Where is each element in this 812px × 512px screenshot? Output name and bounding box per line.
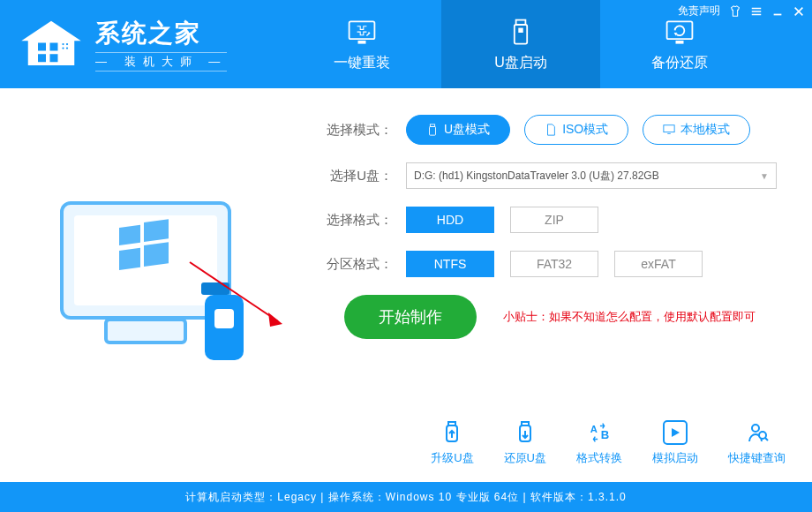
mode-usb[interactable]: U盘模式 — [406, 115, 510, 145]
svg-marker-28 — [268, 312, 282, 327]
svg-rect-14 — [518, 27, 523, 32]
usb-boot-icon — [505, 17, 537, 49]
content: 选择模式： U盘模式 ISO模式 本地模式 选择U盘： D:G: (hd1 — [0, 88, 812, 441]
tab-reinstall[interactable]: 一键重装 — [282, 0, 441, 88]
minimize-icon[interactable] — [771, 5, 784, 18]
backup-restore-icon — [664, 17, 695, 49]
svg-point-5 — [62, 43, 64, 45]
svg-rect-1 — [38, 43, 46, 51]
window-controls: 免责声明 — [678, 4, 805, 19]
tool-restore-usb[interactable]: 还原U盘 — [504, 420, 546, 466]
close-icon[interactable] — [793, 5, 805, 18]
logo: 系统之家 装机大师 — [0, 17, 265, 72]
mode-iso[interactable]: ISO模式 — [524, 115, 628, 145]
skin-icon[interactable] — [729, 5, 741, 18]
menu-icon[interactable] — [750, 5, 763, 18]
play-icon — [669, 426, 681, 439]
svg-rect-21 — [119, 225, 140, 245]
tool-simulate-boot[interactable]: 模拟启动 — [652, 420, 698, 466]
tool-hotkey-lookup[interactable]: 快捷键查询 — [728, 420, 786, 466]
disk-fmt-hdd[interactable]: HDD — [406, 207, 494, 233]
usb-select[interactable]: D:G: (hd1) KingstonDataTraveler 3.0 (U盘)… — [406, 162, 777, 189]
usb-upgrade-icon — [440, 420, 464, 445]
start-button[interactable]: 开始制作 — [344, 295, 477, 339]
svg-point-6 — [66, 43, 68, 45]
svg-rect-24 — [144, 242, 169, 267]
chevron-down-icon: ▼ — [760, 171, 769, 181]
svg-rect-16 — [676, 41, 684, 44]
svg-point-7 — [62, 47, 64, 49]
svg-rect-2 — [50, 43, 58, 51]
disclaimer-link[interactable]: 免责声明 — [678, 4, 720, 19]
svg-text:A: A — [590, 424, 598, 434]
bottom-tools: 升级U盘 还原U盘 AB 格式转换 模拟启动 快捷键查询 — [431, 420, 786, 466]
svg-rect-22 — [144, 219, 169, 242]
tab-label: U盘启动 — [494, 54, 547, 72]
svg-rect-31 — [664, 125, 674, 132]
svg-rect-10 — [358, 41, 366, 44]
app-title: 系统之家 — [95, 17, 227, 50]
tool-upgrade-usb[interactable]: 升级U盘 — [431, 420, 473, 466]
app-subtitle: 装机大师 — [95, 52, 227, 72]
screen-reinstall-icon — [346, 17, 378, 49]
disk-fmt-zip[interactable]: ZIP — [510, 207, 598, 233]
svg-point-8 — [66, 47, 68, 49]
svg-rect-3 — [38, 54, 46, 62]
part-fmt-ntfs[interactable]: NTFS — [406, 251, 494, 277]
svg-text:B: B — [601, 428, 609, 441]
hint-text: 小贴士：如果不知道怎么配置，使用默认配置即可 — [503, 309, 756, 325]
file-icon — [545, 124, 557, 136]
svg-rect-30 — [430, 127, 436, 136]
header: 系统之家 装机大师 一键重装 U盘启动 备份还原 免责声明 — [0, 0, 812, 88]
mode-label: 选择模式： — [327, 122, 406, 139]
tab-usb-boot[interactable]: U盘启动 — [441, 0, 600, 88]
status-bar: 计算机启动类型：Legacy | 操作系统：Windows 10 专业版 64位… — [0, 482, 812, 512]
mode-local[interactable]: 本地模式 — [643, 115, 750, 145]
tab-label: 备份还原 — [651, 54, 708, 72]
disk-format-label: 选择格式： — [327, 212, 406, 229]
usb-restore-icon — [513, 420, 538, 445]
usb-selected-value: D:G: (hd1) KingstonDataTraveler 3.0 (U盘)… — [414, 169, 659, 184]
svg-point-40 — [759, 432, 766, 439]
partition-format-label: 分区格式： — [327, 256, 406, 273]
usb-label: 选择U盘： — [327, 168, 406, 184]
part-fmt-exfat[interactable]: exFAT — [614, 251, 703, 277]
monitor-icon — [663, 124, 675, 136]
tab-label: 一键重装 — [334, 54, 390, 72]
usb-icon — [426, 124, 439, 136]
svg-rect-13 — [515, 25, 527, 44]
svg-rect-20 — [106, 320, 185, 343]
tool-format-convert[interactable]: AB 格式转换 — [576, 420, 622, 466]
svg-rect-9 — [350, 21, 375, 39]
person-search-icon — [745, 420, 770, 445]
svg-rect-4 — [50, 54, 58, 62]
house-logo-icon — [16, 18, 86, 71]
part-fmt-fat32[interactable]: FAT32 — [510, 251, 598, 277]
convert-icon: AB — [587, 420, 612, 445]
svg-rect-23 — [119, 248, 140, 270]
red-arrow-icon — [185, 258, 291, 337]
illustration — [26, 115, 274, 433]
config-panel: 选择模式： U盘模式 ISO模式 本地模式 选择U盘： D:G: (hd1 — [274, 115, 786, 433]
svg-rect-15 — [667, 21, 693, 39]
svg-marker-38 — [672, 428, 680, 437]
svg-point-39 — [752, 425, 759, 432]
